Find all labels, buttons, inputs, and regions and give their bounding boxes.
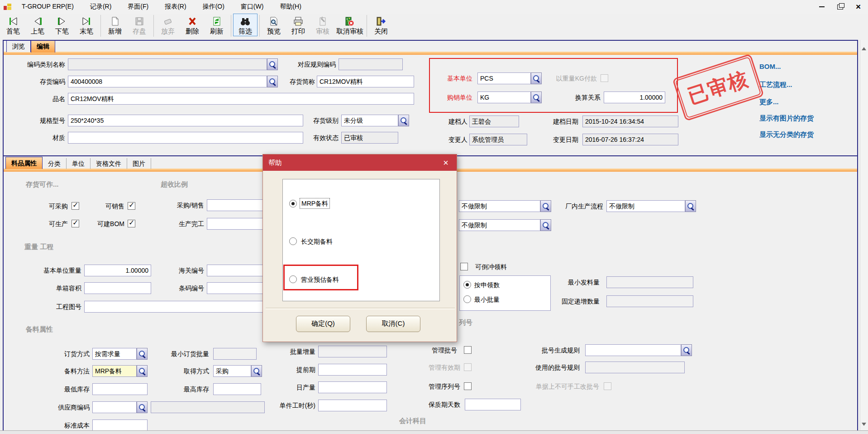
batch-rule-label: 批号生成规则 — [533, 344, 580, 356]
link-bom[interactable]: BOM... — [759, 63, 781, 70]
menu-record[interactable]: 记录(R) — [90, 3, 111, 11]
producible-checkbox[interactable] — [72, 220, 79, 227]
last-record-button[interactable]: 末笔 — [74, 14, 99, 36]
cancel-button[interactable]: 取消(C) — [366, 316, 420, 332]
tab-images[interactable]: 图片 — [127, 158, 151, 169]
no-manual-batch-checkbox — [604, 382, 611, 390]
option-long-lead-radio[interactable] — [289, 237, 297, 245]
menu-operate[interactable]: 操作(O) — [203, 3, 224, 11]
dialog-close-icon[interactable]: × — [439, 156, 452, 169]
option-long-lead-label[interactable]: 长交期备料 — [301, 236, 333, 246]
window-controls: × — [819, 0, 861, 14]
tab-browse[interactable]: 浏览 — [6, 40, 31, 52]
batch-rule-lookup-icon[interactable] — [681, 344, 692, 356]
filter-button[interactable]: 筛选 — [233, 14, 258, 36]
menu-app[interactable]: T-GROUP ERP(E) — [22, 3, 74, 11]
max-stock-field[interactable] — [213, 383, 261, 395]
inventory-code-field[interactable]: 400400008 — [68, 76, 267, 87]
toolbar-label: 关闭 — [374, 27, 388, 36]
tab-item-attributes[interactable]: 料品属性 — [5, 157, 43, 169]
preview-button[interactable]: 预览 — [262, 14, 286, 36]
used-batch-rule-label: 使用的批号规则 — [529, 362, 580, 373]
issue-by-min-batch-radio[interactable] — [463, 295, 471, 303]
order-mode-lookup-icon[interactable] — [137, 348, 148, 360]
box-volume-field[interactable] — [84, 282, 151, 294]
supplier-lookup-icon[interactable] — [137, 401, 148, 413]
tab-classification[interactable]: 分类 — [43, 158, 67, 169]
inventory-level-lookup-icon[interactable] — [398, 115, 409, 126]
bomable-checkbox[interactable] — [128, 220, 135, 227]
shelf-days-field[interactable] — [465, 399, 521, 410]
factory-flow-lookup-icon[interactable] — [685, 200, 696, 212]
scroll-up-icon[interactable] — [862, 47, 866, 50]
product-name-field[interactable]: CR12MOV精料 — [68, 93, 414, 105]
inventory-abbr-field[interactable]: CR12MOV精料 — [317, 76, 414, 87]
status-field: 已审核 — [341, 132, 398, 144]
lead-time-field[interactable] — [318, 364, 387, 376]
supplier-code-field[interactable] — [92, 401, 137, 413]
issue-by-request-radio[interactable] — [463, 281, 471, 289]
link-more[interactable]: 更多... — [759, 98, 779, 106]
first-record-button[interactable]: 首笔 — [1, 14, 25, 36]
inventory-code-lookup-icon[interactable] — [267, 76, 278, 87]
rule-code-field[interactable] — [339, 58, 403, 70]
toolbar-label: 新增 — [108, 27, 122, 36]
acquire-mode-lookup-icon[interactable] — [251, 365, 262, 377]
print-button[interactable]: 打印 — [286, 14, 310, 36]
material-field[interactable] — [68, 132, 303, 144]
option-forecast-radio[interactable] — [289, 275, 297, 283]
acquire-mode-field[interactable]: 采购 — [213, 365, 251, 377]
std-cost-field[interactable] — [92, 420, 148, 431]
restriction2-field[interactable]: 不做限制 — [459, 219, 540, 231]
vertical-scrollbar[interactable] — [860, 40, 868, 430]
order-mode-field[interactable]: 按需求量 — [92, 348, 137, 360]
purchasable-checkbox[interactable] — [72, 202, 79, 210]
spec-field[interactable]: 250*240*35 — [68, 115, 303, 126]
manage-batch-checkbox[interactable] — [464, 346, 472, 354]
backflush-checkbox[interactable] — [460, 263, 468, 270]
restriction2-lookup-icon[interactable] — [540, 219, 551, 231]
menu-interface[interactable]: 界面(F) — [128, 3, 148, 11]
delete-button[interactable]: 删除 — [180, 14, 205, 36]
link-process-flow[interactable]: 工艺流程... — [759, 81, 792, 89]
prep-method-lookup-icon[interactable] — [137, 365, 148, 377]
prev-record-button[interactable]: 上笔 — [25, 14, 50, 36]
restore-icon[interactable] — [837, 5, 843, 10]
next-record-button[interactable]: 下笔 — [50, 14, 74, 36]
restriction1-field[interactable]: 不做限制 — [459, 200, 540, 212]
option-mrp-radio[interactable] — [289, 200, 297, 207]
close-form-button[interactable]: 关闭 — [369, 14, 393, 36]
option-mrp-label[interactable]: MRP备料 — [300, 198, 329, 208]
toolbar-separator — [231, 15, 231, 37]
refresh-button[interactable]: 刷新 — [205, 14, 229, 36]
prep-method-field[interactable]: MRP备料 — [92, 365, 137, 377]
unit-hours-field[interactable] — [318, 400, 387, 411]
shelf-days-label: 保质期天数 — [419, 399, 460, 410]
link-show-with-images[interactable]: 显示有图片的存货 — [759, 114, 814, 123]
base-weight-field[interactable]: 1.00000 — [84, 265, 151, 276]
inventory-level-field[interactable]: 未分级 — [341, 115, 398, 126]
tab-unit[interactable]: 单位 — [67, 158, 91, 169]
cancel-audit-button[interactable]: 取消审核 — [335, 14, 365, 36]
restriction1-lookup-icon[interactable] — [540, 200, 551, 212]
code-category-field[interactable] — [68, 58, 267, 70]
dialog-titlebar[interactable]: 帮助 × — [263, 154, 457, 171]
sellable-checkbox[interactable] — [128, 202, 135, 210]
menu-report[interactable]: 报表(R) — [165, 3, 186, 11]
new-button[interactable]: 新增 — [103, 14, 127, 36]
minimize-icon[interactable] — [819, 6, 825, 7]
tab-edit[interactable]: 编辑 — [31, 40, 55, 53]
link-show-unclassified[interactable]: 显示无分类的存货 — [759, 130, 814, 139]
batch-rule-field[interactable] — [585, 344, 681, 356]
min-stock-field[interactable] — [92, 383, 148, 395]
scroll-down-icon[interactable] — [862, 423, 866, 426]
daily-output-field[interactable] — [318, 381, 387, 393]
menu-window[interactable]: 窗口(W) — [241, 3, 264, 11]
factory-flow-field[interactable]: 不做限制 — [606, 200, 685, 212]
manage-serial-checkbox[interactable] — [464, 382, 472, 390]
menu-help[interactable]: 帮助(H) — [280, 3, 301, 11]
ok-button[interactable]: 确定(Q) — [296, 316, 350, 332]
close-window-icon[interactable]: × — [856, 0, 861, 13]
code-category-lookup-icon[interactable] — [267, 58, 278, 70]
tab-qualification-files[interactable]: 资格文件 — [91, 158, 127, 169]
